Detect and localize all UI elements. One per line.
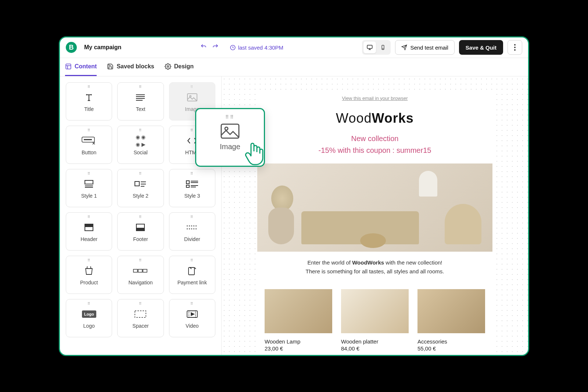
block-header-label: Header xyxy=(80,236,97,242)
block-navigation[interactable]: ⠿ Navigation xyxy=(117,256,164,294)
tab-saved-blocks-label: Saved blocks xyxy=(116,63,154,70)
block-video[interactable]: ⠿ Video xyxy=(169,299,215,337)
tab-saved-blocks[interactable]: Saved blocks xyxy=(107,58,154,76)
block-spacer-label: Spacer xyxy=(132,323,148,329)
block-style2[interactable]: ⠿ Style 2 xyxy=(117,169,164,207)
editor-tabs: Content Saved blocks Design xyxy=(60,58,528,76)
svg-rect-22 xyxy=(143,269,147,272)
intro-brand: WoodWorks xyxy=(352,259,384,266)
block-title[interactable]: ⠿ Title xyxy=(66,82,112,121)
svg-point-27 xyxy=(225,127,228,130)
more-menu-button[interactable] xyxy=(508,40,522,55)
dragging-block-label: Image xyxy=(220,143,240,151)
block-footer-label: Footer xyxy=(133,236,148,242)
block-logo-label: Logo xyxy=(83,323,95,329)
svg-point-3 xyxy=(383,48,383,49)
redo-icon[interactable] xyxy=(212,43,219,51)
save-quit-button[interactable]: Save & Quit xyxy=(459,40,503,55)
mobile-preview-button[interactable] xyxy=(377,42,389,53)
svg-rect-13 xyxy=(135,181,139,186)
footer-icon xyxy=(136,221,145,234)
header-icon xyxy=(84,221,94,234)
block-divider-label: Divider xyxy=(184,236,200,242)
block-payment-label: Payment link xyxy=(178,280,207,285)
send-icon xyxy=(401,44,407,50)
svg-rect-20 xyxy=(133,269,137,272)
product-name: Wooden Lamp xyxy=(265,338,332,345)
video-icon xyxy=(186,308,198,321)
style2-icon xyxy=(134,177,147,191)
view-in-browser-link[interactable]: View this email in your browser xyxy=(257,91,492,105)
tab-content[interactable]: Content xyxy=(65,58,97,76)
block-logo[interactable]: ⠿ Logo Logo xyxy=(66,299,112,337)
svg-rect-17 xyxy=(85,224,93,227)
tab-content-label: Content xyxy=(75,63,97,70)
payment-icon xyxy=(187,264,197,277)
app-window: B My campaign last saved 4:30PM Send te xyxy=(59,36,529,356)
svg-point-4 xyxy=(514,44,516,46)
svg-rect-19 xyxy=(136,228,144,231)
intro-prefix: Enter the world of xyxy=(307,259,352,266)
intro-text: Enter the world of WoodWorks with the ne… xyxy=(257,252,492,283)
product-image[interactable] xyxy=(265,289,332,333)
block-button[interactable]: ⠿ Button xyxy=(66,126,112,164)
block-style3-label: Style 3 xyxy=(184,193,200,199)
top-bar: B My campaign last saved 4:30PM Send te xyxy=(60,37,528,58)
last-saved-text: last saved 4:30PM xyxy=(238,44,283,51)
svg-point-6 xyxy=(514,49,516,51)
product-name: Wooden platter xyxy=(341,338,409,345)
gear-icon xyxy=(165,63,171,70)
tab-design[interactable]: Design xyxy=(165,58,194,76)
svg-point-5 xyxy=(514,47,516,48)
block-payment-link[interactable]: ⠿ Payment link xyxy=(169,256,215,294)
product-name: Accessories xyxy=(417,338,485,345)
email-preview: View this email in your browser WoodWork… xyxy=(257,91,492,355)
image-icon xyxy=(187,91,197,104)
block-style1[interactable]: ⠿ Style 1 xyxy=(66,169,112,207)
block-social[interactable]: ⠿ ◉ ◉ ◉ ▶ Social xyxy=(117,126,164,164)
block-style3[interactable]: ⠿ Style 3 xyxy=(169,169,215,207)
save-icon xyxy=(107,63,114,70)
hero-image[interactable] xyxy=(257,163,492,252)
block-divider[interactable]: ⠿ Divider xyxy=(169,212,215,251)
svg-point-8 xyxy=(167,65,169,67)
desktop-preview-button[interactable] xyxy=(363,42,376,53)
send-test-button[interactable]: Send test email xyxy=(395,40,454,55)
block-spacer[interactable]: ⠿ Spacer xyxy=(117,299,164,337)
product-card: Accessories 55,00 € Discover xyxy=(417,289,485,355)
product-icon xyxy=(84,264,94,277)
product-image[interactable] xyxy=(341,289,409,333)
block-footer[interactable]: ⠿ Footer xyxy=(117,212,164,251)
block-text[interactable]: ⠿ Text xyxy=(117,82,164,121)
block-text-label: Text xyxy=(136,106,146,112)
block-video-label: Video xyxy=(186,323,199,329)
product-price: 23,00 € xyxy=(265,345,332,352)
brand-light: Wood xyxy=(336,111,372,126)
email-canvas[interactable]: View this email in your browser WoodWork… xyxy=(222,76,528,355)
undo-icon[interactable] xyxy=(200,43,207,51)
svg-rect-7 xyxy=(66,64,71,69)
block-style1-label: Style 1 xyxy=(81,193,97,199)
desktop-icon xyxy=(366,44,373,51)
brand-logo[interactable]: B xyxy=(66,42,77,53)
spacer-icon xyxy=(134,308,147,321)
block-header[interactable]: ⠿ Header xyxy=(66,212,112,251)
divider-icon xyxy=(186,221,198,234)
main-area: ⠿ Title ⠿ Text ⠿ Image ⠿ Button ⠿ ◉ ◉ ◉ xyxy=(60,76,528,355)
campaign-title[interactable]: My campaign xyxy=(84,44,121,51)
svg-rect-12 xyxy=(85,180,93,184)
block-social-label: Social xyxy=(133,150,147,155)
block-product[interactable]: ⠿ Product xyxy=(66,256,112,294)
tab-design-label: Design xyxy=(174,63,194,70)
product-image[interactable] xyxy=(417,289,485,333)
send-test-label: Send test email xyxy=(410,44,448,51)
svg-rect-1 xyxy=(368,45,373,48)
button-icon xyxy=(82,134,96,147)
image-icon xyxy=(220,123,240,139)
product-row: Wooden Lamp 23,00 € Discover Wooden plat… xyxy=(257,283,492,355)
last-saved-status: last saved 4:30PM xyxy=(230,44,283,51)
block-title-label: Title xyxy=(84,106,94,112)
block-product-label: Product xyxy=(80,280,98,285)
promo-line2: -15% with this coupon : summer15 xyxy=(319,146,431,154)
style1-icon xyxy=(83,177,94,191)
